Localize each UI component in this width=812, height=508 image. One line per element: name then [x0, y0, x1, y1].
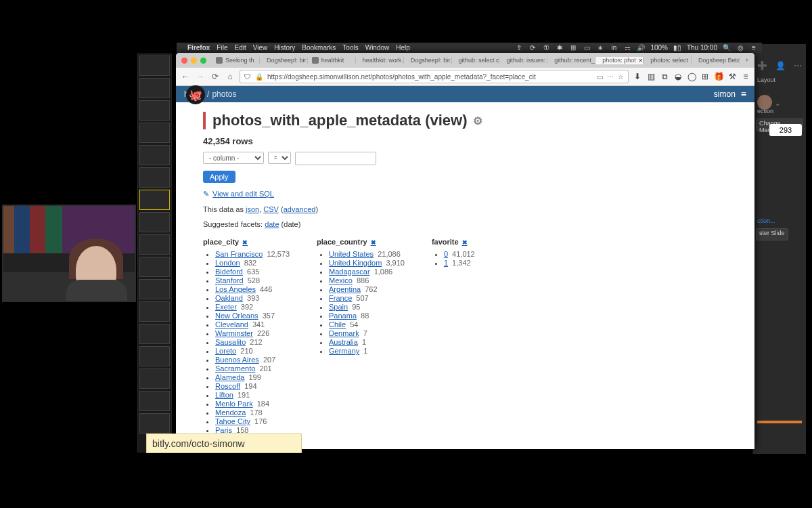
facet-value-link[interactable]: France [329, 294, 352, 302]
bookmark-star-icon[interactable]: ☆ [618, 73, 624, 81]
slide-thumb[interactable] [139, 78, 170, 98]
facet-value-link[interactable]: Australia [329, 338, 358, 346]
sync-icon[interactable]: ⟳ [528, 44, 537, 51]
facet-value-link[interactable]: Madagascar [329, 268, 370, 276]
facet-value-link[interactable]: Roscoff [215, 382, 240, 390]
facet-value-link[interactable]: Oakland [215, 294, 243, 302]
reload-button[interactable]: ⟳ [210, 72, 221, 81]
slide-thumb[interactable] [139, 391, 170, 411]
menu-file[interactable]: File [217, 44, 227, 51]
facet-value-link[interactable]: Argentina [329, 285, 361, 293]
browser-tab[interactable]: healthkit [308, 57, 356, 64]
slide-thumb[interactable] [139, 346, 170, 366]
dropbox-icon[interactable]: ⇪ [515, 44, 523, 51]
suggested-facet-link[interactable]: date [265, 220, 279, 228]
extension-icon[interactable]: ⊞ [700, 72, 710, 81]
facet-value-link[interactable]: Los Angeles [215, 285, 256, 293]
breadcrumb-section[interactable]: photos [212, 89, 236, 99]
facet-value-link[interactable]: Lifton [215, 391, 233, 399]
action-link[interactable]: ction... [753, 215, 806, 227]
browser-tab[interactable]: github: issues: 1… [499, 57, 547, 64]
filter-value-input[interactable] [295, 152, 376, 165]
slide-thumb[interactable] [139, 324, 170, 344]
lock-icon[interactable]: 🔒 [255, 73, 263, 81]
filter-column-select[interactable]: - column - [203, 152, 264, 164]
downloads-icon[interactable]: ⬇ [633, 72, 642, 81]
facet-value-link[interactable]: Exeter [215, 303, 237, 311]
window-traffic-lights[interactable] [176, 53, 212, 68]
minimize-window-icon[interactable] [191, 58, 197, 64]
close-tab-icon[interactable]: × [639, 57, 643, 64]
facet-value-link[interactable]: 1 [444, 259, 448, 267]
remove-facet-icon[interactable]: ✖ [371, 239, 376, 246]
forward-button[interactable]: → [195, 72, 206, 81]
pocket-icon[interactable]: ◒ [673, 72, 683, 81]
display-icon[interactable]: ▭ [583, 44, 591, 51]
clock[interactable]: Thu 10:00 [687, 44, 717, 51]
linkedin-icon[interactable]: in [610, 44, 618, 51]
remove-facet-icon[interactable]: ✖ [242, 239, 248, 246]
browser-tab[interactable]: photos: phot× [595, 57, 644, 64]
gear-icon[interactable]: ⚙ [473, 114, 482, 127]
master-slide-button[interactable]: ster Slide [756, 228, 788, 240]
screenshot-icon[interactable]: ⧉ [660, 72, 669, 81]
facet-value-link[interactable]: 0 [444, 250, 448, 258]
menu-tools[interactable]: Tools [342, 44, 358, 51]
browser-tab[interactable]: healthkit: work… [356, 57, 404, 64]
apply-button[interactable]: Apply [203, 171, 235, 183]
slide-thumb[interactable] [139, 56, 170, 76]
facet-value-link[interactable]: Mexico [329, 276, 353, 284]
menu-window[interactable]: Window [365, 44, 390, 51]
menubar-icon[interactable]: ① [542, 44, 550, 51]
facet-value-link[interactable]: Alameda [215, 373, 244, 381]
facet-value-link[interactable]: Menlo Park [215, 400, 253, 408]
slide-thumb-current[interactable] [139, 190, 170, 210]
menu-edit[interactable]: Edit [234, 44, 246, 51]
browser-tab[interactable]: Dogsheep!: bir… [260, 57, 308, 64]
facet-value-link[interactable]: Denmark [329, 329, 359, 337]
collab-icon[interactable]: 👤 [775, 61, 786, 70]
grid-icon[interactable]: ⊞ [569, 44, 577, 51]
close-window-icon[interactable] [181, 58, 187, 64]
gift-icon[interactable]: 🎁 [714, 72, 723, 81]
zoom-window-icon[interactable] [200, 58, 206, 64]
facet-value-link[interactable]: Buenos Aires [215, 356, 259, 364]
facet-value-link[interactable]: London [215, 259, 240, 267]
wifi-icon[interactable]: ⚎ [623, 44, 631, 51]
siri-icon[interactable]: ◎ [736, 44, 744, 51]
facet-value-link[interactable]: Panama [329, 312, 357, 320]
bluetooth-icon[interactable]: ∗ [596, 44, 604, 51]
current-user[interactable]: simon [714, 89, 736, 99]
macos-menubar[interactable]: Firefox File Edit View History Bookmarks… [177, 43, 762, 53]
slide-thumb[interactable] [139, 257, 170, 277]
more-icon[interactable]: ⋯ [794, 61, 802, 70]
facet-value-link[interactable]: Stanford [215, 276, 244, 284]
spotlight-icon[interactable]: 🔍 [723, 44, 731, 51]
inspector-toolbar[interactable]: ➕ 👤 ⋯ [753, 58, 806, 74]
url-bar[interactable]: 🛡 🔒 https://dogsheep.simonwillison.net/p… [240, 70, 629, 83]
slide-thumb[interactable] [139, 212, 170, 232]
facet-value-link[interactable]: Sacramento [215, 364, 255, 373]
user-avatar[interactable] [757, 95, 772, 110]
layout-tab-label[interactable]: Layout [753, 74, 806, 86]
insert-icon[interactable]: ➕ [757, 61, 767, 70]
app-name[interactable]: Firefox [187, 44, 210, 51]
slide-thumb[interactable] [139, 167, 170, 188]
slide-thumb[interactable] [139, 413, 170, 433]
slide-thumb[interactable] [139, 100, 170, 121]
dev-icon[interactable]: ⚒ [727, 72, 737, 81]
browser-tab[interactable]: photos: select [644, 57, 692, 64]
slide-thumb[interactable] [139, 301, 170, 322]
facet-value-link[interactable]: Cleveland [215, 320, 248, 329]
view-edit-sql-link[interactable]: View and edit SQL [212, 190, 274, 198]
notification-center-icon[interactable]: ≡ [750, 44, 758, 51]
reader-icon[interactable]: ▭ [597, 73, 603, 81]
browser-tab[interactable]: github: select c… [452, 57, 500, 64]
back-button[interactable]: ← [180, 72, 191, 81]
battery-percent[interactable]: 100% [650, 44, 668, 51]
json-link[interactable]: json [246, 205, 259, 213]
home-button[interactable]: ⌂ [225, 72, 235, 81]
browser-tab[interactable]: Seeking th [212, 57, 260, 64]
evernote-icon[interactable]: ✱ [556, 44, 564, 51]
facet-value-link[interactable]: San Francisco [215, 250, 263, 258]
